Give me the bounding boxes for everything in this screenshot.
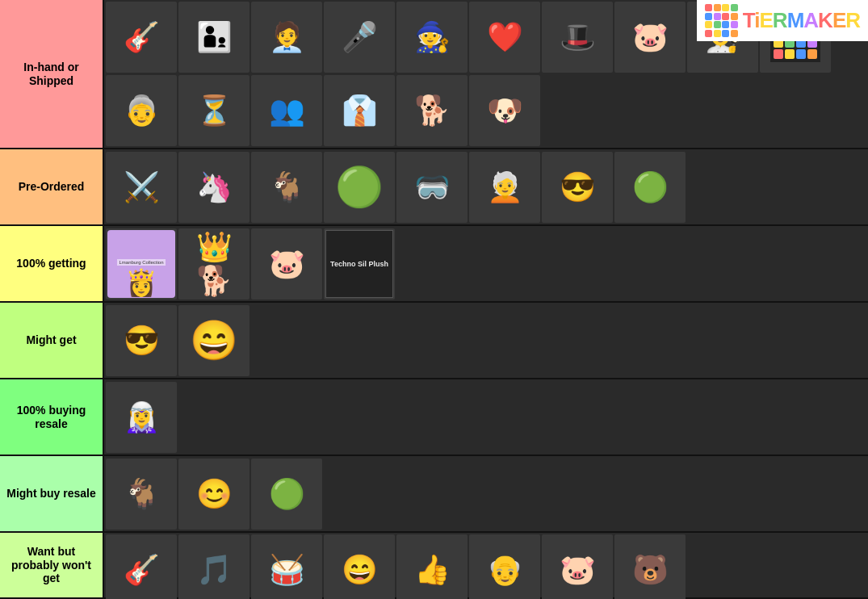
list-item[interactable]: 👴 — [469, 534, 540, 599]
list-item[interactable]: 🐕 — [396, 75, 468, 146]
list-item[interactable]: 😄 — [178, 305, 249, 376]
tiermaker-logo: TiERMAKER — [697, 0, 868, 41]
list-item[interactable]: 🐻 — [614, 534, 686, 599]
tier-row-5: 100% buying resale 🧝‍♀️ — [0, 379, 868, 456]
tier-items-7: 🎸 🎵 🥁 😄 👍 👴 🐷 🐻 — [103, 533, 868, 597]
list-item[interactable]: 👵 — [106, 75, 177, 146]
list-item[interactable]: 😎 — [106, 305, 177, 376]
tier-row-7: Want but probably won't get 🎸 🎵 🥁 😄 👍 👴 … — [0, 533, 868, 599]
list-item[interactable]: 🐷 — [251, 228, 322, 300]
list-item[interactable]: 🟢 — [614, 152, 686, 223]
list-item[interactable]: ⏳ — [178, 75, 249, 146]
tier-items-4: 😎 😄 — [103, 303, 868, 378]
tier-items-2: ⚔️ 🦄 🐐 🟢 🥽 🧑‍🦳 😎 🟢 — [103, 149, 868, 224]
list-item[interactable]: 🐶 — [469, 75, 540, 146]
list-item[interactable]: 😊 — [178, 459, 249, 530]
list-item[interactable]: Techno Sil Plush — [324, 228, 395, 300]
tier-label-4: Might get — [0, 303, 103, 378]
tier-list: In-hand or Shipped 🎸 👨‍👦 🧑‍💼 🎤 🧙 ❤️ 🎩 🐷 … — [0, 0, 868, 599]
tier-items-6: 🐐 😊 🟢 — [103, 456, 868, 531]
list-item[interactable]: 🎤 — [324, 2, 395, 73]
tier-items-5: 🧝‍♀️ — [103, 379, 868, 454]
list-item[interactable]: 👍 — [396, 534, 468, 599]
list-item[interactable]: 👨‍👦 — [178, 2, 249, 73]
list-item[interactable]: 😎 — [542, 152, 613, 223]
list-item[interactable]: 🥽 — [396, 152, 468, 223]
list-item[interactable]: 🧑‍🦳 — [469, 152, 540, 223]
list-item[interactable]: ❤️ — [469, 2, 540, 73]
list-item[interactable]: 🐷 — [542, 534, 613, 599]
list-item[interactable]: 🧑‍💼 — [251, 2, 322, 73]
list-item[interactable]: 🐐 — [106, 459, 177, 530]
list-item[interactable]: 👔 — [324, 75, 395, 146]
list-item[interactable]: 🥁 — [251, 534, 322, 599]
list-item[interactable]: 🎸 — [106, 2, 177, 73]
tier-row-1: In-hand or Shipped 🎸 👨‍👦 🧑‍💼 🎤 🧙 ❤️ 🎩 🐷 … — [0, 0, 868, 149]
list-item[interactable]: 👑🐕 — [178, 228, 249, 300]
logo-text: TiERMAKER — [743, 8, 860, 33]
tier-label-5: 100% buying resale — [0, 379, 103, 454]
list-item[interactable]: Lmanburg Collection 👸 — [106, 228, 177, 300]
list-item[interactable]: 🎩 — [542, 2, 613, 73]
tier-label-6: Might buy resale — [0, 456, 103, 531]
tier-items-3: Lmanburg Collection 👸 👑🐕 🐷 Techno Sil Pl… — [103, 226, 868, 301]
tier-label-2: Pre-Ordered — [0, 149, 103, 224]
tier-label-7: Want but probably won't get — [0, 533, 103, 597]
list-item[interactable]: 🟢 — [251, 459, 322, 530]
tier-row-2: Pre-Ordered ⚔️ 🦄 🐐 🟢 🥽 🧑‍🦳 😎 🟢 — [0, 149, 868, 226]
list-item[interactable]: 🧙 — [396, 2, 468, 73]
techno-plush-item[interactable]: Techno Sil Plush — [325, 230, 393, 298]
logo-grid — [705, 4, 738, 37]
list-item[interactable]: 🧝‍♀️ — [106, 382, 177, 453]
list-item[interactable]: 🦄 — [178, 152, 249, 223]
list-item[interactable]: 🐷 — [614, 2, 686, 73]
list-item[interactable]: 🐐 — [251, 152, 322, 223]
list-item[interactable]: ⚔️ — [106, 152, 177, 223]
tier-label-1: In-hand or Shipped — [0, 0, 103, 148]
list-item[interactable]: 👥 — [251, 75, 322, 146]
tier-label-3: 100% getting — [0, 226, 103, 301]
list-item[interactable]: 😄 — [324, 534, 395, 599]
list-item[interactable]: 🎸 — [106, 534, 177, 599]
tier-row-3: 100% getting Lmanburg Collection 👸 👑🐕 🐷 … — [0, 226, 868, 303]
list-item[interactable]: 🟢 — [324, 152, 395, 223]
list-item[interactable]: 🎵 — [178, 534, 249, 599]
tier-row-4: Might get 😎 😄 — [0, 303, 868, 379]
tier-row-6: Might buy resale 🐐 😊 🟢 — [0, 456, 868, 533]
